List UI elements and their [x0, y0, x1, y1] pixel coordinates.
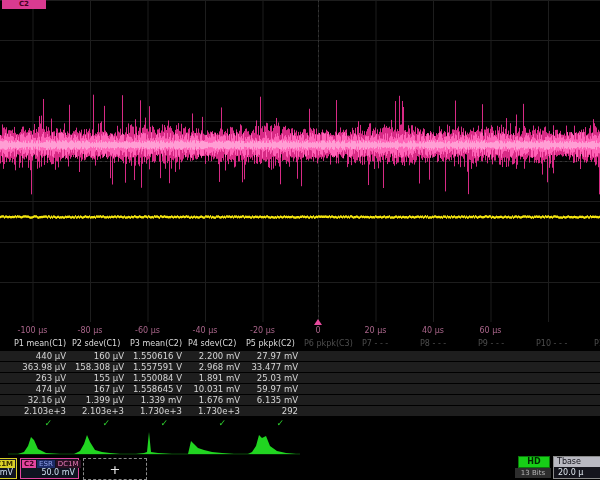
measurement-value: 160 µV: [68, 351, 126, 361]
measurement-header-p4[interactable]: P4 sdev(C2): [184, 339, 242, 348]
measurement-header-p6[interactable]: P6 pkpk(C3): [300, 339, 358, 348]
measurement-value: 263 µV: [10, 373, 68, 383]
histicon-p1[interactable]: [18, 437, 60, 454]
trigger-position-marker[interactable]: [314, 319, 322, 325]
measurement-value: 1.557591 V: [126, 362, 184, 372]
tbase-value: 20.0 µ: [554, 467, 600, 478]
measurement-value: 2.103e+3: [68, 406, 126, 416]
measurement-value: 10.031 mV: [184, 384, 242, 394]
coupling-badge-c1: DC1M: [0, 460, 15, 468]
measurement-value: 2.200 mV: [184, 351, 242, 361]
hd-bits-label: 13 Bits: [515, 468, 551, 478]
measurement-value: 32.16 µV: [10, 395, 68, 405]
measurement-row: 474 µV167 µV1.558645 V10.031 mV59.97 mV: [0, 384, 600, 394]
measurement-value: 6.135 mV: [242, 395, 300, 405]
measurement-value: 2.103e+3: [10, 406, 68, 416]
measurement-histicons[interactable]: [0, 430, 600, 456]
histicon-p2[interactable]: [74, 435, 120, 454]
oscilloscope-screen: C2 -100 µs-80 µs-60 µs-40 µs-20 µs020 µs…: [0, 0, 600, 480]
measurement-row: 263 µV155 µV1.550084 V1.891 mV25.03 mV: [0, 373, 600, 383]
measurement-value: 1.730e+3: [184, 406, 242, 416]
status-check-icon: ✓: [68, 418, 126, 428]
status-check-icon: ✓: [242, 418, 300, 428]
measurement-value: 1.550084 V: [126, 373, 184, 383]
histicon-p5[interactable]: [248, 435, 296, 454]
time-axis-label: 20 µs: [365, 326, 387, 335]
status-check-icon: ✓: [126, 418, 184, 428]
measurement-header-p2[interactable]: P2 sdev(C1): [68, 339, 126, 348]
channel-descriptor-c2[interactable]: C2 ESR DC1M 50.0 mV: [20, 458, 79, 479]
measurement-value: 440 µV: [10, 351, 68, 361]
measurement-status-row: ✓✓✓✓✓: [0, 417, 600, 428]
measurement-header-p10[interactable]: P10 - - -: [532, 339, 590, 348]
measurement-row: 2.103e+32.103e+31.730e+31.730e+3292: [0, 406, 600, 416]
measurement-header-p8[interactable]: P8 - - -: [416, 339, 474, 348]
histicon-p4[interactable]: [188, 441, 234, 454]
time-axis: -100 µs-80 µs-60 µs-40 µs-20 µs020 µs40 …: [0, 322, 600, 338]
time-axis-label: -40 µs: [193, 326, 218, 335]
measurement-value: 155 µV: [68, 373, 126, 383]
measurement-value: 158.308 µV: [68, 362, 126, 372]
add-trace-button[interactable]: +: [83, 458, 147, 480]
measurement-value: 1.558645 V: [126, 384, 184, 394]
measurement-header-row: P1 mean(C1)P2 sdev(C1)P3 mean(C2)P4 sdev…: [0, 338, 600, 349]
measurement-value: 1.339 mV: [126, 395, 184, 405]
c2-esr-badge: ESR: [37, 460, 55, 468]
time-axis-label: 60 µs: [480, 326, 502, 335]
time-axis-label: -20 µs: [250, 326, 275, 335]
measurement-value: 474 µV: [10, 384, 68, 394]
c2-name-badge: C2: [22, 460, 36, 468]
measurement-value: 2.968 mV: [184, 362, 242, 372]
c2-scale-value: 50.0 mV: [22, 468, 77, 478]
time-axis-label: -60 µs: [135, 326, 160, 335]
measurement-value: 25.03 mV: [242, 373, 300, 383]
hd-mode-badge[interactable]: HD: [518, 456, 550, 468]
plus-icon: +: [110, 462, 121, 477]
timebase-descriptor[interactable]: Tbase 20.0 µ: [553, 456, 600, 479]
measurement-table: P1 mean(C1)P2 sdev(C1)P3 mean(C2)P4 sdev…: [0, 338, 600, 429]
measurement-header-p1[interactable]: P1 mean(C1): [10, 339, 68, 348]
c2-coupling-badge: DC1M: [56, 460, 81, 468]
c1-scale-value: 0 mV: [0, 468, 15, 478]
tbase-title: Tbase: [554, 457, 600, 467]
measurement-value: 1.399 µV: [68, 395, 126, 405]
time-axis-label: 40 µs: [422, 326, 444, 335]
descriptor-bar: DC1M 0 mV C2 ESR DC1M 50.0 mV + HD 13 Bi…: [0, 458, 600, 480]
measurement-row: 32.16 µV1.399 µV1.339 mV1.676 mV6.135 mV: [0, 395, 600, 405]
measurement-value: 33.477 mV: [242, 362, 300, 372]
status-check-icon: ✓: [184, 418, 242, 428]
measurement-header-p11[interactable]: P11: [590, 339, 600, 348]
measurement-value: 27.97 mV: [242, 351, 300, 361]
measurement-row: 440 µV160 µV1.550616 V2.200 mV27.97 mV: [0, 351, 600, 361]
measurement-value: 59.97 mV: [242, 384, 300, 394]
time-axis-label: 0: [315, 326, 320, 335]
time-axis-label: -100 µs: [18, 326, 48, 335]
measurement-value: 292: [242, 406, 300, 416]
measurement-value: 1.891 mV: [184, 373, 242, 383]
channel-descriptor-c1[interactable]: DC1M 0 mV: [0, 458, 17, 479]
measurement-header-p3[interactable]: P3 mean(C2): [126, 339, 184, 348]
trace-label-badge: C2: [2, 0, 46, 9]
waveform-grid: [0, 0, 600, 322]
histicon-p3[interactable]: [136, 432, 172, 454]
measurement-value: 1.730e+3: [126, 406, 184, 416]
measurement-row: 363.98 µV158.308 µV1.557591 V2.968 mV33.…: [0, 362, 600, 372]
status-check-icon: ✓: [10, 418, 68, 428]
measurement-value: 363.98 µV: [10, 362, 68, 372]
measurement-header-p9[interactable]: P9 - - -: [474, 339, 532, 348]
measurement-value: 167 µV: [68, 384, 126, 394]
time-axis-label: -80 µs: [78, 326, 103, 335]
measurement-value: 1.550616 V: [126, 351, 184, 361]
measurement-header-p5[interactable]: P5 pkpk(C2): [242, 339, 300, 348]
measurement-header-p7[interactable]: P7 - - -: [358, 339, 416, 348]
measurement-value: 1.676 mV: [184, 395, 242, 405]
